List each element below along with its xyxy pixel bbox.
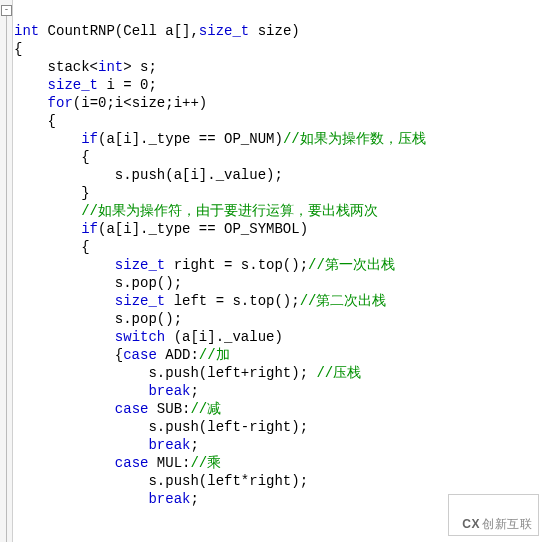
code-line: s.push(a[i]._value); xyxy=(14,167,283,183)
code-line: case MUL://乘 xyxy=(14,455,221,471)
code-text: (a[i]._value) xyxy=(165,329,283,345)
code-line: //如果为操作符，由于要进行运算，要出栈两次 xyxy=(14,203,378,219)
watermark-badge: CX创新互联 xyxy=(448,494,539,536)
code-line: { xyxy=(14,41,22,57)
comment: //压栈 xyxy=(316,365,361,381)
code-line: } xyxy=(14,185,90,201)
code-line: s.pop(); xyxy=(14,311,182,327)
code-text: stack< xyxy=(14,59,98,75)
keyword: size_t xyxy=(115,293,165,309)
code-line: s.pop(); xyxy=(14,275,182,291)
code-text xyxy=(14,491,148,507)
code-line: for(i=0;i<size;i++) xyxy=(14,95,207,111)
keyword: if xyxy=(81,221,98,237)
code-text: (a[i]._type == OP_NUM) xyxy=(98,131,283,147)
keyword: break xyxy=(148,491,190,507)
code-text: i = 0; xyxy=(98,77,157,93)
code-line: size_t left = s.top();//第二次出栈 xyxy=(14,293,386,309)
keyword: break xyxy=(148,437,190,453)
comment: //乘 xyxy=(190,455,221,471)
code-line: { xyxy=(14,239,90,255)
code-text xyxy=(14,455,115,471)
comment: //第一次出栈 xyxy=(308,257,395,273)
code-text xyxy=(14,221,81,237)
code-text: (a[i]._type == OP_SYMBOL) xyxy=(98,221,308,237)
code-line: if(a[i]._type == OP_NUM)//如果为操作数，压栈 xyxy=(14,131,426,147)
code-text: CountRNP(Cell a[], xyxy=(39,23,199,39)
code-text xyxy=(14,95,48,111)
code-line: { xyxy=(14,113,56,129)
code-text: ; xyxy=(190,437,198,453)
code-line: { xyxy=(14,149,90,165)
code-line: {case ADD://加 xyxy=(14,347,230,363)
code-line: stack<int> s; xyxy=(14,59,157,75)
code-text: s.push(left+right); xyxy=(14,365,316,381)
code-block: int CountRNP(Cell a[],size_t size) { sta… xyxy=(14,4,426,508)
fold-toggle-icon[interactable]: - xyxy=(1,5,12,16)
fold-guide-line xyxy=(6,16,7,542)
code-text xyxy=(14,203,81,219)
keyword: int xyxy=(14,23,39,39)
code-text: ; xyxy=(190,491,198,507)
keyword: case xyxy=(115,401,149,417)
keyword: if xyxy=(81,131,98,147)
keyword: size_t xyxy=(48,77,98,93)
comment: //如果为操作符，由于要进行运算，要出栈两次 xyxy=(81,203,378,219)
code-line: case SUB://减 xyxy=(14,401,221,417)
keyword: size_t xyxy=(115,257,165,273)
code-text: right = s.top(); xyxy=(165,257,308,273)
comment: //第二次出栈 xyxy=(300,293,387,309)
code-line: break; xyxy=(14,437,199,453)
code-text xyxy=(14,257,115,273)
comment: //加 xyxy=(199,347,230,363)
code-text: MUL: xyxy=(148,455,190,471)
code-text: ; xyxy=(190,383,198,399)
code-line: break; xyxy=(14,383,199,399)
code-text xyxy=(14,77,48,93)
code-text xyxy=(14,383,148,399)
code-line: size_t i = 0; xyxy=(14,77,157,93)
code-line: size_t right = s.top();//第一次出栈 xyxy=(14,257,395,273)
code-line: s.push(left+right); //压栈 xyxy=(14,365,361,381)
code-text: size) xyxy=(249,23,299,39)
watermark-logo-icon: CX xyxy=(462,517,480,531)
code-line: int CountRNP(Cell a[],size_t size) xyxy=(14,23,300,39)
code-fold-gutter: - xyxy=(0,0,13,542)
code-text: (i=0;i<size;i++) xyxy=(73,95,207,111)
keyword: case xyxy=(123,347,157,363)
keyword: case xyxy=(115,455,149,471)
code-text xyxy=(14,131,81,147)
code-text: SUB: xyxy=(148,401,190,417)
code-line: s.push(left*right); xyxy=(14,473,308,489)
keyword: size_t xyxy=(199,23,249,39)
code-line: switch (a[i]._value) xyxy=(14,329,283,345)
comment: //如果为操作数，压栈 xyxy=(283,131,426,147)
comment: //减 xyxy=(190,401,221,417)
code-text xyxy=(14,293,115,309)
code-text: { xyxy=(14,347,123,363)
code-text xyxy=(14,437,148,453)
code-text xyxy=(14,401,115,417)
code-text: ADD: xyxy=(157,347,199,363)
code-text: > s; xyxy=(123,59,157,75)
keyword: for xyxy=(48,95,73,111)
keyword: int xyxy=(98,59,123,75)
keyword: break xyxy=(148,383,190,399)
code-line: s.push(left-right); xyxy=(14,419,308,435)
keyword: switch xyxy=(115,329,165,345)
code-text xyxy=(14,329,115,345)
code-line: break; xyxy=(14,491,199,507)
code-line: if(a[i]._type == OP_SYMBOL) xyxy=(14,221,308,237)
code-text: left = s.top(); xyxy=(165,293,299,309)
watermark-text: 创新互联 xyxy=(482,517,532,531)
